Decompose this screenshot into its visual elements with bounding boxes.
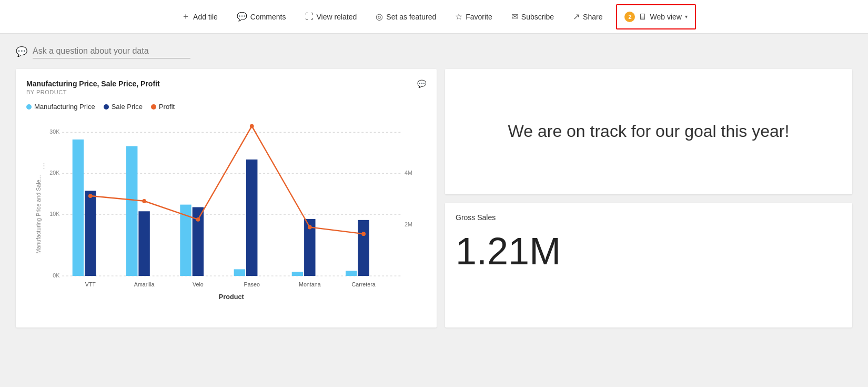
bar-montana-mfg (292, 272, 303, 276)
add-tile-button[interactable]: ＋ Add tile (172, 0, 227, 33)
chart-card: 💬 Manufacturing Price, Sale Price, Profi… (16, 69, 437, 328)
favorite-label: Favorite (466, 13, 492, 21)
svg-text:Amarilla: Amarilla (134, 281, 155, 287)
svg-text:Montana: Montana (299, 281, 321, 287)
dashboard: 💬 Manufacturing Price, Sale Price, Profi… (16, 69, 852, 328)
qa-icon: 💬 (16, 46, 27, 57)
chart-svg: Manufacturing Price and Sale... 30K 20K … (26, 117, 426, 317)
view-related-icon: ⛶ (305, 12, 314, 22)
bar-paseo-mfg (234, 269, 245, 276)
qa-bar: 💬 (16, 44, 852, 58)
profit-dot-velo (196, 217, 200, 222)
svg-text:4M: 4M (405, 170, 412, 176)
bar-vtt-sale (85, 191, 96, 276)
svg-text:30K: 30K (49, 128, 60, 135)
svg-text:VTT: VTT (85, 281, 96, 287)
comments-button[interactable]: 💬 Comments (227, 0, 296, 33)
legend-dot-mfg (26, 104, 32, 110)
share-button[interactable]: ↗ Share (563, 0, 612, 33)
set-as-featured-button[interactable]: ◎ Set as featured (366, 0, 446, 33)
share-label: Share (583, 13, 602, 21)
main-content: 💬 💬 Manufacturing Price, Sale Price, Pro… (0, 34, 868, 387)
qa-input[interactable] (33, 44, 190, 58)
svg-text:0K: 0K (53, 272, 60, 279)
svg-text:2M: 2M (405, 221, 412, 227)
goal-text: We are on track for our goal this year! (508, 121, 790, 143)
svg-text:Manufacturing Price and Sale..: Manufacturing Price and Sale... (35, 175, 42, 253)
bar-vtt-mfg (73, 140, 84, 276)
legend-label-profit: Profit (159, 103, 175, 111)
gross-sales-card: Gross Sales 1.21M (445, 203, 852, 328)
legend-dot-sale (104, 104, 109, 110)
profit-dot-amarilla (142, 199, 146, 203)
favorite-button[interactable]: ☆ Favorite (446, 0, 502, 33)
profit-dot-vtt (88, 194, 93, 198)
svg-text:⋮: ⋮ (41, 162, 47, 170)
bar-paseo-sale (246, 160, 257, 276)
svg-text:Product: Product (219, 293, 245, 301)
gross-sales-label: Gross Sales (456, 213, 842, 222)
svg-text:Paseo: Paseo (244, 281, 260, 287)
subscribe-button[interactable]: ✉ Subscribe (502, 0, 563, 33)
plus-icon: ＋ (181, 11, 190, 22)
web-view-label: Web view (650, 13, 681, 21)
legend-dot-profit (151, 104, 156, 110)
svg-text:10K: 10K (49, 211, 60, 217)
subscribe-label: Subscribe (521, 13, 554, 21)
legend-label-mfg: Manufacturing Price (34, 103, 95, 111)
add-tile-label: Add tile (193, 13, 218, 21)
gross-sales-value: 1.21M (456, 232, 842, 270)
star-icon: ☆ (455, 12, 462, 22)
svg-text:Carretera: Carretera (352, 281, 376, 287)
share-icon: ↗ (573, 12, 580, 22)
legend-sale-price: Sale Price (104, 103, 143, 111)
chart-comment-icon[interactable]: 💬 (417, 80, 426, 88)
bar-amarilla-mfg (126, 146, 137, 276)
svg-text:Velo: Velo (193, 281, 204, 287)
comments-icon: 💬 (237, 12, 247, 22)
legend-profit: Profit (151, 103, 175, 111)
profit-dot-paseo (250, 124, 254, 128)
subscribe-icon: ✉ (511, 12, 518, 22)
bar-carretera-sale (358, 220, 369, 276)
svg-text:20K: 20K (49, 170, 60, 176)
legend-mfg-price: Manufacturing Price (26, 103, 95, 111)
chart-subtitle: BY PRODUCT (26, 89, 426, 95)
web-view-button[interactable]: 2 🖥 Web view ▾ (616, 4, 695, 29)
web-view-icon: 🖥 (638, 12, 647, 22)
bar-carretera-mfg (346, 271, 357, 276)
toolbar: ＋ Add tile 💬 Comments ⛶ View related ◎ S… (0, 0, 868, 34)
goal-card: We are on track for our goal this year! (445, 69, 852, 194)
view-related-label: View related (317, 13, 357, 21)
chart-legend: Manufacturing Price Sale Price Profit (26, 103, 426, 111)
bar-amarilla-sale (138, 211, 149, 276)
chevron-down-icon: ▾ (685, 14, 688, 19)
web-view-badge: 2 (624, 12, 635, 22)
featured-icon: ◎ (376, 12, 383, 22)
chart-title: Manufacturing Price, Sale Price, Profit (26, 80, 426, 88)
profit-dot-montana (308, 225, 312, 230)
view-related-button[interactable]: ⛶ View related (296, 0, 367, 33)
legend-label-sale: Sale Price (112, 103, 143, 111)
profit-dot-carretera (361, 232, 366, 236)
set-as-featured-label: Set as featured (386, 13, 436, 21)
chart-area: Manufacturing Price and Sale... 30K 20K … (26, 117, 426, 317)
comments-label: Comments (250, 13, 286, 21)
